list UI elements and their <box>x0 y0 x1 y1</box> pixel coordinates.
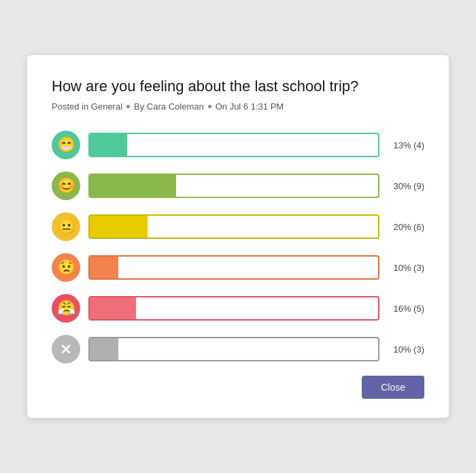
poll-row-angry: 😤16% (5) <box>52 294 424 323</box>
posted-in: Posted in General <box>52 101 122 112</box>
bar-container-worried <box>88 255 379 280</box>
bar-container-grinning <box>88 133 379 157</box>
bar-fill-angry <box>90 297 136 319</box>
bar-label-grinning: 13% (4) <box>388 140 424 150</box>
bar-fill-none <box>90 338 118 360</box>
emoji-none <box>52 335 80 363</box>
bar-label-none: 10% (3) <box>388 344 424 355</box>
poll-row-neutral: 😐20% (6) <box>52 212 424 241</box>
dot-1 <box>126 105 130 108</box>
bar-fill-worried <box>90 257 118 278</box>
posted-on: On Jul 6 1:31 PM <box>216 101 284 112</box>
bar-container-smiling <box>88 174 379 198</box>
poll-row-grinning: 😁13% (4) <box>52 131 424 159</box>
poll-title: How are you feeling about the last schoo… <box>52 77 424 97</box>
bar-label-smiling: 30% (9) <box>388 181 424 191</box>
emoji-neutral: 😐 <box>52 212 80 241</box>
emoji-smiling: 😊 <box>52 172 80 200</box>
posted-by: By Cara Coleman <box>134 101 204 112</box>
poll-rows: 😁13% (4)😊30% (9)😐20% (6)😟10% (3)😤16% (5)… <box>52 131 424 363</box>
bar-label-neutral: 20% (6) <box>388 222 424 232</box>
bar-fill-grinning <box>90 134 127 156</box>
close-button[interactable]: Close <box>362 376 424 399</box>
poll-row-worried: 😟10% (3) <box>52 253 424 282</box>
emoji-angry: 😤 <box>52 294 80 323</box>
poll-row-smiling: 😊30% (9) <box>52 172 424 200</box>
bar-container-neutral <box>88 214 379 239</box>
bar-container-none <box>88 337 379 361</box>
emoji-worried: 😟 <box>52 253 80 282</box>
bar-label-worried: 10% (3) <box>388 263 424 273</box>
dot-2 <box>208 105 211 108</box>
bar-container-angry <box>88 296 379 321</box>
bar-fill-neutral <box>90 216 148 238</box>
poll-row-none: 10% (3) <box>52 335 424 363</box>
emoji-grinning: 😁 <box>52 131 80 159</box>
poll-meta: Posted in General By Cara Coleman On Jul… <box>52 101 424 112</box>
poll-card: How are you feeling about the last schoo… <box>27 55 449 419</box>
bar-fill-smiling <box>90 175 176 197</box>
bar-label-angry: 16% (5) <box>388 304 424 314</box>
